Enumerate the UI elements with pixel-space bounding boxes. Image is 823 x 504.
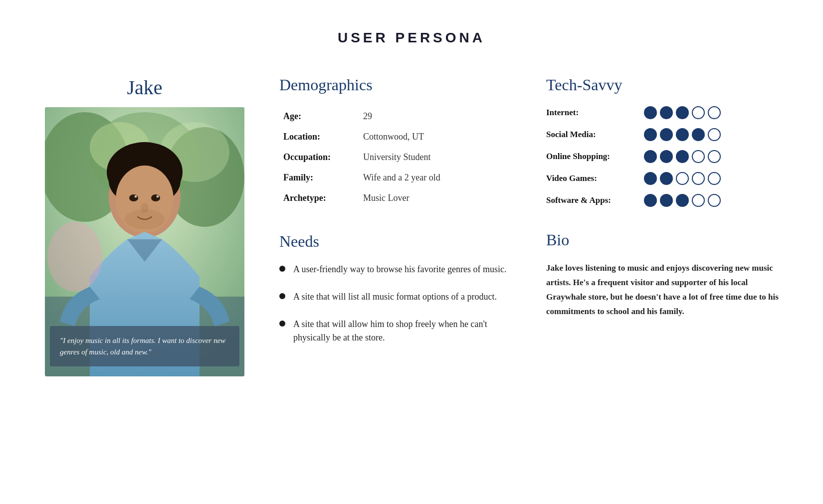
demo-value: 29 bbox=[359, 106, 516, 127]
empty-dot bbox=[708, 150, 721, 163]
persona-name: Jake bbox=[127, 76, 162, 99]
demographics-table: Age: 29 Location: Cottonwood, UT Occupat… bbox=[279, 106, 516, 208]
svg-point-13 bbox=[151, 194, 160, 201]
empty-dot bbox=[692, 194, 705, 207]
filled-dot bbox=[676, 194, 689, 207]
tech-label: Video Games: bbox=[546, 173, 636, 183]
demo-value: University Student bbox=[359, 147, 516, 168]
tech-label: Social Media: bbox=[546, 130, 636, 140]
demo-label: Occupation: bbox=[279, 147, 359, 168]
middle-column: Demographics Age: 29 Location: Cottonwoo… bbox=[279, 76, 516, 358]
needs-text: A site that will list all music format o… bbox=[293, 290, 497, 304]
filled-dot bbox=[676, 128, 689, 141]
demo-row: Occupation: University Student bbox=[279, 147, 516, 168]
bullet-dot bbox=[279, 266, 285, 272]
empty-dot bbox=[676, 172, 689, 185]
demo-row: Archetype: Music Lover bbox=[279, 188, 516, 208]
needs-heading: Needs bbox=[279, 232, 516, 251]
demo-value: Wife and a 2 year old bbox=[359, 168, 516, 188]
filled-dot bbox=[692, 128, 705, 141]
demo-value: Music Lover bbox=[359, 188, 516, 208]
filled-dot bbox=[660, 172, 673, 185]
demo-row: Family: Wife and a 2 year old bbox=[279, 168, 516, 188]
demographics-heading: Demographics bbox=[279, 76, 516, 94]
main-layout: Jake bbox=[40, 76, 783, 376]
demo-label: Family: bbox=[279, 168, 359, 188]
needs-text: A user-friendly way to browse his favori… bbox=[293, 263, 507, 276]
svg-point-12 bbox=[129, 194, 138, 201]
tech-row: Internet: bbox=[546, 106, 783, 119]
page-container: USER PERSONA Jake bbox=[0, 0, 823, 406]
needs-list: A user-friendly way to browse his favori… bbox=[279, 263, 516, 344]
filled-dot bbox=[644, 106, 657, 119]
bullet-dot bbox=[279, 293, 285, 299]
bio-heading: Bio bbox=[546, 231, 783, 249]
quote-text: "I enjoy music in all its formats. I wan… bbox=[60, 336, 225, 356]
empty-dot bbox=[708, 128, 721, 141]
needs-item: A site that will list all music format o… bbox=[279, 290, 516, 304]
left-column: Jake bbox=[40, 76, 249, 376]
tech-row: Online Shopping: bbox=[546, 150, 783, 163]
demo-value: Cottonwood, UT bbox=[359, 127, 516, 147]
bio-text: Jake loves listening to music and enjoys… bbox=[546, 261, 783, 319]
tech-dots bbox=[644, 128, 721, 141]
empty-dot bbox=[692, 106, 705, 119]
filled-dot bbox=[644, 128, 657, 141]
bullet-dot bbox=[279, 321, 285, 327]
empty-dot bbox=[692, 150, 705, 163]
page-title: USER PERSONA bbox=[40, 30, 783, 46]
persona-photo: "I enjoy music in all its formats. I wan… bbox=[45, 107, 244, 376]
tech-row: Video Games: bbox=[546, 172, 783, 185]
empty-dot bbox=[708, 106, 721, 119]
demo-row: Location: Cottonwood, UT bbox=[279, 127, 516, 147]
filled-dot bbox=[644, 172, 657, 185]
tech-label: Internet: bbox=[546, 108, 636, 118]
tech-savvy-heading: Tech-Savvy bbox=[546, 76, 783, 94]
tech-row: Software & Apps: bbox=[546, 194, 783, 207]
svg-point-18 bbox=[47, 222, 102, 292]
tech-label: Software & Apps: bbox=[546, 195, 636, 205]
needs-item: A user-friendly way to browse his favori… bbox=[279, 263, 516, 276]
empty-dot bbox=[708, 172, 721, 185]
demo-row: Age: 29 bbox=[279, 106, 516, 127]
empty-dot bbox=[708, 194, 721, 207]
filled-dot bbox=[676, 106, 689, 119]
tech-dots bbox=[644, 194, 721, 207]
filled-dot bbox=[676, 150, 689, 163]
filled-dot bbox=[644, 150, 657, 163]
demo-label: Archetype: bbox=[279, 188, 359, 208]
empty-dot bbox=[692, 172, 705, 185]
demo-label: Age: bbox=[279, 106, 359, 127]
needs-text: A site that will allow him to shop freel… bbox=[293, 318, 516, 344]
right-column: Tech-Savvy Internet:Social Media:Online … bbox=[546, 76, 783, 319]
filled-dot bbox=[660, 128, 673, 141]
filled-dot bbox=[660, 194, 673, 207]
persona-quote: "I enjoy music in all its formats. I wan… bbox=[50, 326, 239, 366]
tech-row: Social Media: bbox=[546, 128, 783, 141]
tech-label: Online Shopping: bbox=[546, 152, 636, 162]
tech-savvy-table: Internet:Social Media:Online Shopping:Vi… bbox=[546, 106, 783, 207]
tech-dots bbox=[644, 106, 721, 119]
tech-dots bbox=[644, 150, 721, 163]
filled-dot bbox=[660, 106, 673, 119]
filled-dot bbox=[660, 150, 673, 163]
filled-dot bbox=[644, 194, 657, 207]
needs-item: A site that will allow him to shop freel… bbox=[279, 318, 516, 344]
svg-point-15 bbox=[157, 195, 159, 198]
svg-point-14 bbox=[135, 195, 137, 198]
demo-label: Location: bbox=[279, 127, 359, 147]
svg-point-17 bbox=[125, 209, 165, 229]
tech-dots bbox=[644, 172, 721, 185]
